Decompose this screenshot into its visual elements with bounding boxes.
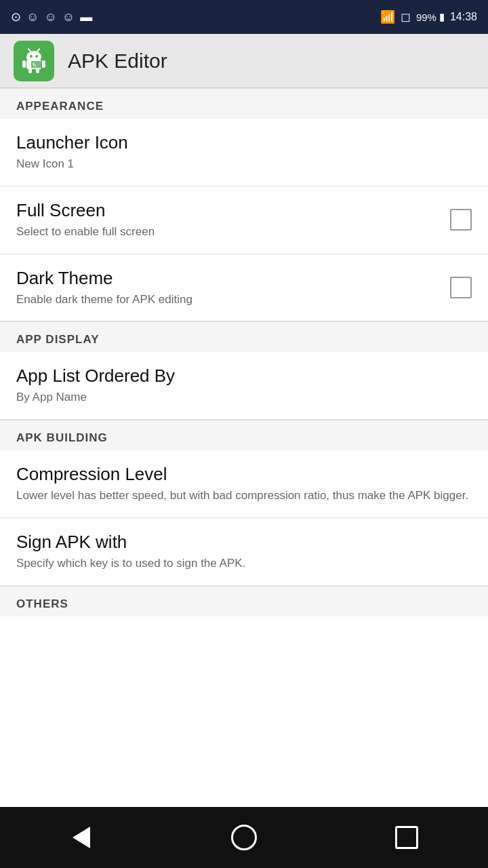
svg-rect-7 (22, 60, 26, 68)
launcher-icon-title: Launcher Icon (16, 132, 472, 153)
face-icon-3: ☺ (62, 10, 75, 24)
launcher-icon-subtitle: New Icon 1 (16, 156, 472, 172)
svg-rect-8 (42, 60, 45, 68)
full-screen-item[interactable]: Full Screen Select to enable full screen (0, 186, 488, 254)
full-screen-title: Full Screen (16, 200, 439, 221)
face-icon-1: ☺ (26, 10, 39, 24)
dark-theme-subtitle: Enable dark theme for APK editing (16, 292, 439, 308)
full-screen-checkbox[interactable] (450, 209, 472, 231)
svg-text:✎: ✎ (32, 62, 37, 68)
app-list-ordered-content: App List Ordered By By App Name (16, 366, 472, 406)
compression-level-content: Compression Level Lower level has better… (16, 464, 472, 504)
section-header-apk-building: APK BUILDING (0, 420, 488, 450)
dark-theme-title: Dark Theme (16, 268, 439, 289)
section-header-app-display: APP DISPLAY (0, 321, 488, 352)
home-button[interactable] (224, 817, 264, 858)
battery-percent: 99% (416, 12, 436, 23)
app-icon: ✎ (14, 41, 54, 81)
app-title: APK Editor (68, 50, 167, 73)
back-button[interactable] (61, 817, 102, 858)
time-display: 14:38 (450, 11, 477, 23)
dark-theme-item[interactable]: Dark Theme Enable dark theme for APK edi… (0, 254, 488, 322)
face-icon-2: ☺ (44, 10, 56, 24)
sign-apk-content: Sign APK with Specify which key is to us… (16, 532, 472, 572)
dark-theme-checkbox[interactable] (450, 277, 472, 298)
app-list-ordered-title: App List Ordered By (16, 366, 472, 387)
svg-point-3 (30, 55, 33, 58)
sign-apk-item[interactable]: Sign APK with Specify which key is to us… (0, 518, 488, 586)
full-screen-subtitle: Select to enable full screen (16, 224, 439, 240)
settings-content: APPEARANCE Launcher Icon New Icon 1 Full… (0, 88, 488, 807)
section-header-others: OTHERS (0, 586, 488, 616)
image-icon: ▬ (80, 10, 92, 24)
status-info: 📶 ◻ 99% ▮ 14:38 (380, 9, 477, 24)
compression-level-title: Compression Level (16, 464, 472, 485)
launcher-icon-item[interactable]: Launcher Icon New Icon 1 (0, 119, 488, 186)
recent-apps-button[interactable] (386, 817, 427, 858)
status-bar: ⊙ ☺ ☺ ☺ ▬ 📶 ◻ 99% ▮ 14:38 (0, 0, 488, 34)
circle-icon: ⊙ (11, 9, 21, 24)
svg-point-4 (35, 55, 38, 58)
app-list-ordered-item[interactable]: App List Ordered By By App Name (0, 352, 488, 420)
dark-theme-content: Dark Theme Enable dark theme for APK edi… (16, 268, 439, 308)
full-screen-content: Full Screen Select to enable full screen (16, 200, 439, 240)
svg-rect-10 (36, 68, 39, 73)
sign-apk-title: Sign APK with (16, 532, 472, 553)
battery-indicator: 99% ▮ (416, 11, 445, 23)
battery-icon: ▮ (439, 11, 445, 23)
app-list-ordered-subtitle: By App Name (16, 389, 472, 406)
section-header-appearance: APPEARANCE (0, 88, 488, 119)
svg-rect-9 (28, 68, 32, 73)
sign-apk-subtitle: Specify which key is to used to sign the… (16, 555, 472, 572)
bottom-navigation (0, 807, 488, 868)
signal-icon: ◻ (401, 9, 411, 24)
app-header: ✎ APK Editor (0, 34, 488, 88)
status-icons: ⊙ ☺ ☺ ☺ ▬ (11, 9, 92, 24)
wifi-icon: 📶 (380, 9, 395, 24)
compression-level-item[interactable]: Compression Level Lower level has better… (0, 450, 488, 518)
launcher-icon-content: Launcher Icon New Icon 1 (16, 132, 472, 172)
compression-level-subtitle: Lower level has better speed, but with b… (16, 488, 472, 504)
